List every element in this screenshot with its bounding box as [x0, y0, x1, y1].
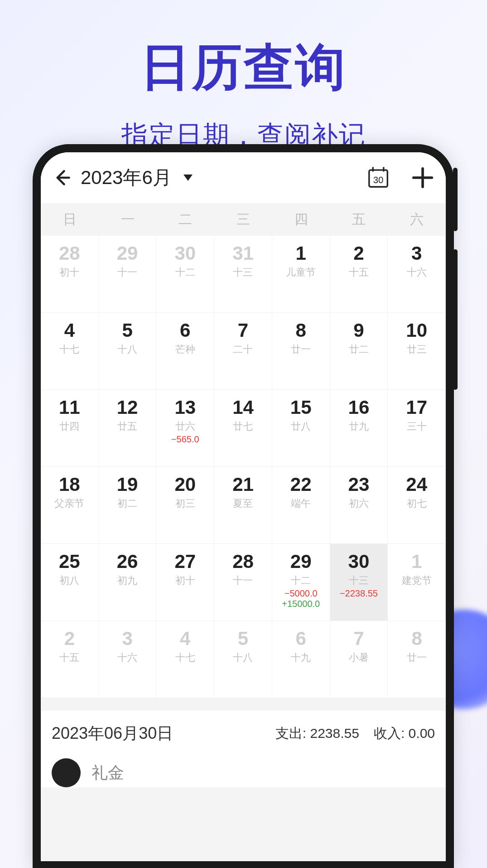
- calendar-day[interactable]: 5十八: [99, 313, 157, 390]
- calendar-day[interactable]: 22端午: [272, 467, 330, 544]
- calendar-day[interactable]: 29十二−5000.0+15000.0: [272, 544, 330, 621]
- lunar-label: 廿五: [117, 420, 137, 433]
- calendar-day[interactable]: 25初八: [41, 544, 99, 621]
- calendar-day[interactable]: 30十三−2238.55: [330, 544, 388, 621]
- chevron-down-icon[interactable]: [183, 175, 193, 181]
- calendar-day[interactable]: 11廿四: [41, 390, 99, 467]
- calendar-day[interactable]: 31十三: [214, 236, 272, 313]
- lunar-label: 十八: [233, 651, 253, 664]
- calendar-day[interactable]: 10廿三: [388, 313, 446, 390]
- calendar-day[interactable]: 23初六: [330, 467, 388, 544]
- calendar-day[interactable]: 14廿七: [214, 390, 272, 467]
- calendar-day[interactable]: 29十一: [99, 236, 157, 313]
- lunar-label: 初二: [117, 497, 137, 510]
- calendar-day[interactable]: 17三十: [388, 390, 446, 467]
- lunar-label: 十一: [233, 574, 253, 587]
- day-number: 21: [232, 474, 254, 495]
- lunar-label: 廿一: [407, 651, 427, 664]
- day-number: 17: [406, 397, 427, 418]
- volume-button: [453, 249, 458, 390]
- lunar-label: 廿一: [291, 343, 311, 356]
- day-number: 7: [238, 320, 248, 341]
- svg-text:30: 30: [373, 175, 384, 185]
- calendar-day[interactable]: 12廿五: [99, 390, 157, 467]
- calendar-day[interactable]: 4十七: [156, 621, 214, 698]
- calendar-day[interactable]: 2十五: [330, 236, 388, 313]
- calendar-day[interactable]: 15廿八: [272, 390, 330, 467]
- lunar-label: 初七: [407, 497, 427, 510]
- lunar-label: 初十: [175, 574, 195, 587]
- calendar-day[interactable]: 21夏至: [214, 467, 272, 544]
- lunar-label: 十二: [175, 266, 195, 279]
- lunar-label: 初三: [175, 497, 195, 510]
- calendar-day[interactable]: 27初十: [156, 544, 214, 621]
- calendar-day[interactable]: 20初三: [156, 467, 214, 544]
- day-number: 8: [411, 628, 422, 649]
- calendar-day[interactable]: 5十八: [214, 621, 272, 698]
- screen: 2023年6月 30 日一二三四五六 28初十29十一30十二31十三1儿童节2…: [41, 152, 446, 861]
- lunar-label: 三十: [407, 420, 427, 433]
- add-button[interactable]: [410, 165, 435, 190]
- lunar-label: 廿六: [175, 420, 195, 433]
- calendar-day[interactable]: 7小暑: [330, 621, 388, 698]
- day-number: 4: [180, 628, 190, 649]
- lunar-label: 二十: [233, 343, 253, 356]
- calendar-day[interactable]: 9廿二: [330, 313, 388, 390]
- transaction-item[interactable]: 礼金: [41, 750, 446, 787]
- day-number: 14: [232, 397, 254, 418]
- calendar-day[interactable]: 3十六: [99, 621, 157, 698]
- phone-frame: 2023年6月 30 日一二三四五六 28初十29十一30十二31十三1儿童节2…: [33, 144, 454, 868]
- calendar-day[interactable]: 24初七: [388, 467, 446, 544]
- day-number: 27: [174, 551, 196, 572]
- lunar-label: 建党节: [402, 574, 432, 587]
- day-number: 12: [117, 397, 138, 418]
- back-icon[interactable]: [52, 168, 72, 188]
- weekday-label: 五: [330, 203, 388, 236]
- summary-expense: 支出: 2238.55: [275, 724, 359, 743]
- calendar-day[interactable]: 16廿九: [330, 390, 388, 467]
- calendar-day[interactable]: 28十一: [214, 544, 272, 621]
- weekday-label: 六: [388, 203, 446, 236]
- income-amount: +15000.0: [282, 599, 320, 609]
- lunar-label: 端午: [291, 497, 311, 510]
- day-number: 18: [59, 474, 80, 495]
- calendar-day[interactable]: 6芒种: [156, 313, 214, 390]
- promo-title: 日历查询: [0, 0, 487, 102]
- day-number: 24: [406, 474, 427, 495]
- calendar-day[interactable]: 28初十: [41, 236, 99, 313]
- today-icon[interactable]: 30: [366, 165, 391, 190]
- day-number: 28: [59, 243, 80, 264]
- day-number: 1: [296, 243, 306, 264]
- calendar-day[interactable]: 30十二: [156, 236, 214, 313]
- calendar-day[interactable]: 4十七: [41, 313, 99, 390]
- day-number: 3: [411, 243, 422, 264]
- lunar-label: 芒种: [175, 343, 195, 356]
- calendar-day[interactable]: 1建党节: [388, 544, 446, 621]
- calendar-day[interactable]: 8廿一: [272, 313, 330, 390]
- lunar-label: 廿三: [407, 343, 427, 356]
- lunar-label: 十八: [117, 343, 137, 356]
- day-number: 7: [353, 628, 364, 649]
- calendar-day[interactable]: 18父亲节: [41, 467, 99, 544]
- lunar-label: 十一: [117, 266, 137, 279]
- summary-date: 2023年06月30日: [52, 723, 261, 745]
- calendar-day[interactable]: 2十五: [41, 621, 99, 698]
- calendar-day[interactable]: 1儿童节: [272, 236, 330, 313]
- lunar-label: 十七: [175, 651, 195, 664]
- calendar-day[interactable]: 13廿六−565.0: [156, 390, 214, 467]
- calendar-grid: 28初十29十一30十二31十三1儿童节2十五3十六4十七5十八6芒种7二十8廿…: [41, 236, 446, 698]
- day-number: 30: [174, 243, 196, 264]
- calendar-day[interactable]: 26初九: [99, 544, 157, 621]
- month-selector[interactable]: 2023年6月: [81, 165, 172, 190]
- day-number: 8: [296, 320, 306, 341]
- lunar-label: 廿四: [59, 420, 79, 433]
- calendar-day[interactable]: 19初二: [99, 467, 157, 544]
- calendar-day[interactable]: 3十六: [388, 236, 446, 313]
- expense-amount: −2238.55: [340, 588, 378, 599]
- day-number: 20: [174, 474, 196, 495]
- app-header: 2023年6月 30: [41, 152, 446, 203]
- calendar-day[interactable]: 6十九: [272, 621, 330, 698]
- calendar-day[interactable]: 7二十: [214, 313, 272, 390]
- day-number: 16: [348, 397, 370, 418]
- calendar-day[interactable]: 8廿一: [388, 621, 446, 698]
